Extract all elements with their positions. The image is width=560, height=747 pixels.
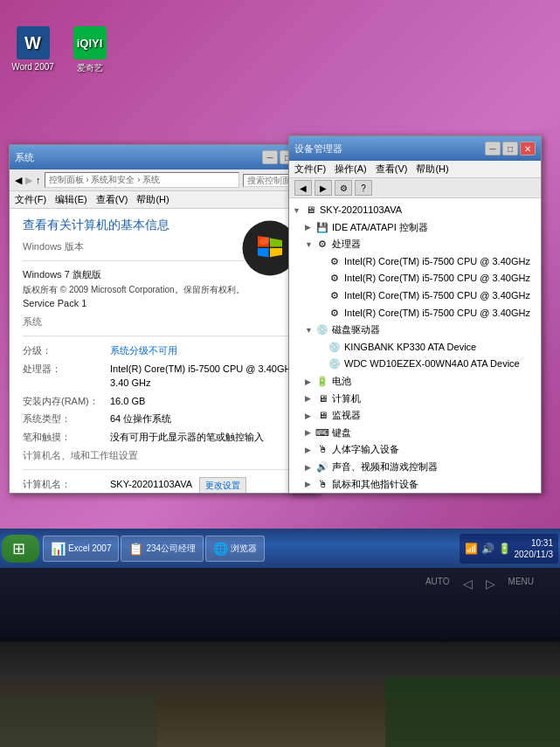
tree-arrow-computer: ▶	[305, 392, 315, 405]
tree-processor-group[interactable]: ▼ ⚙ 处理器	[293, 236, 537, 253]
devmgr-back-btn[interactable]: ◀	[294, 180, 312, 196]
tree-arrow-ide: ▶	[305, 221, 315, 233]
tree-label-disk2: WDC WD10EZEX-00WN4A0 ATA Device	[344, 356, 520, 372]
tree-sound[interactable]: ▶ 🔊 声音、视频和游戏控制器	[293, 459, 537, 476]
tree-root[interactable]: ▼ 🖥 SKY-20201103AVA	[293, 202, 537, 219]
rating-value[interactable]: 系统分级不可用	[110, 343, 177, 358]
devmgr-menu-help[interactable]: 帮助(H)	[416, 163, 448, 176]
system-section-label: 系统	[23, 315, 305, 329]
minimize-button[interactable]: ─	[262, 150, 278, 164]
tree-label-root: SKY-20201103AVA	[320, 203, 402, 218]
devmgr-close-button[interactable]: ✕	[520, 142, 536, 156]
devmgr-maximize-button[interactable]: □	[502, 142, 518, 156]
taskbar-item-excel[interactable]: 📊 Excel 2007	[43, 536, 119, 562]
devmgr-toolbar: ◀ ▶ ⚙ ?	[289, 178, 541, 198]
devmgr-window: 设备管理器 ─ □ ✕ 文件(F) 操作(A) 查看(V) 帮助(H) ◀ ▶ …	[288, 135, 542, 494]
desktop-icon-iqiyi[interactable]: iQIYI 爱奇艺	[66, 26, 114, 74]
computer-name-row: 计算机名： SKY-20201103AVA 更改设置	[23, 477, 305, 493]
tree-arrow-sound: ▶	[305, 461, 315, 474]
tree-label-cpu3: Intel(R) Core(TM) i5-7500 CPU @ 3.40GHz	[344, 288, 530, 304]
tree-cpu1[interactable]: ▶ ⚙ Intel(R) Core(TM) i5-7500 CPU @ 3.40…	[293, 253, 537, 271]
start-button[interactable]: ⊞	[2, 535, 39, 563]
sysinfo-toolbar: ◀ ▶ ↑ 控制面板 › 系统和安全 › 系统	[10, 169, 318, 191]
bezel-btn2[interactable]: ▷	[486, 577, 495, 591]
bezel-auto-btn[interactable]: AUTO	[425, 577, 450, 591]
menu-view[interactable]: 查看(V)	[96, 193, 128, 206]
tray-volume-icon[interactable]: 🔊	[481, 543, 494, 555]
system-type-row: 系统类型： 64 位操作系统	[23, 412, 305, 426]
clock-date: 2020/11/3	[515, 549, 554, 560]
tree-label-processor-group: 处理器	[332, 237, 361, 252]
tree-cpu3[interactable]: ▶ ⚙ Intel(R) Core(TM) i5-7500 CPU @ 3.40…	[293, 287, 537, 305]
computer-icon: 🖥	[303, 204, 317, 217]
sysinfo-content: 查看有关计算机的基本信息 Windows 版本 Windows 7 旗舰版 版权…	[10, 209, 318, 493]
tree-label-disk1: KINGBANK KP330 ATA Device	[344, 340, 476, 356]
tree-arrow-root: ▼	[293, 204, 303, 217]
tree-computer[interactable]: ▶ 🖥 计算机	[293, 391, 537, 408]
tree-arrow-monitor: ▶	[305, 410, 315, 422]
bezel-btn1[interactable]: ◁	[463, 577, 473, 591]
tree-label-disk-group: 磁盘驱动器	[332, 322, 380, 338]
start-orb: ⊞	[12, 539, 25, 558]
breadcrumb-text: 控制面板 › 系统和安全 › 系统	[49, 175, 161, 184]
tree-keyboard[interactable]: ▶ ⌨ 键盘	[293, 425, 537, 442]
touch-row: 笔和触摸： 没有可用于此显示器的笔或触控输入	[23, 430, 305, 445]
tree-disk-group[interactable]: ▼ 💿 磁盘驱动器	[293, 322, 537, 339]
devmgr-properties-btn[interactable]: ⚙	[335, 180, 352, 196]
iqiyi-icon: iQIYI	[73, 26, 107, 59]
devmgr-menu-view[interactable]: 查看(V)	[376, 163, 408, 176]
tree-cpu2[interactable]: ▶ ⚙ Intel(R) Core(TM) i5-7500 CPU @ 3.40…	[293, 270, 537, 287]
taskbar-browser-label: 浏览器	[231, 543, 257, 555]
browser-taskbar-icon: 🌐	[213, 542, 228, 556]
devmgr-minimize-button[interactable]: ─	[485, 142, 501, 156]
taskbar-items: 📊 Excel 2007 📋 234公司经理 🌐 浏览器	[43, 536, 460, 562]
taskbar-item-browser[interactable]: 🌐 浏览器	[205, 536, 265, 562]
menu-file[interactable]: 文件(F)	[15, 193, 46, 206]
breadcrumb-path[interactable]: 控制面板 › 系统和安全 › 系统	[45, 172, 240, 188]
processor-group-icon: ⚙	[315, 239, 329, 251]
devmgr-help-btn[interactable]: ?	[355, 180, 372, 196]
toolbar-forward-icon[interactable]: ▶	[25, 175, 32, 186]
tree-hid[interactable]: ▶ 🖱 人体字输入设备	[293, 441, 537, 459]
tree-arrow-disk: ▼	[305, 324, 315, 336]
tree-disk1[interactable]: ▶ 💿 KINGBANK KP330 ATA Device	[293, 339, 537, 356]
taskbar: ⊞ 📊 Excel 2007 📋 234公司经理 🌐 浏览器 📶 🔊 🔋 10:…	[0, 529, 560, 568]
tree-arrow-mouse: ▶	[305, 478, 315, 490]
disk2-icon: 💿	[328, 358, 342, 370]
menu-edit[interactable]: 编辑(E)	[55, 193, 87, 206]
tree-label-hid: 人体字输入设备	[332, 442, 399, 458]
taskbar-item-manager[interactable]: 📋 234公司经理	[121, 536, 204, 562]
rating-row: 分级： 系统分级不可用	[23, 343, 305, 358]
tree-cpu4[interactable]: ▶ ⚙ Intel(R) Core(TM) i5-7500 CPU @ 3.40…	[293, 305, 537, 322]
mouse-icon: 🖱	[315, 478, 329, 490]
computer-name-value: SKY-20201103AVA	[110, 477, 192, 493]
tree-arrow-hid: ▶	[305, 444, 315, 456]
tray-network-icon[interactable]: 📶	[465, 543, 478, 555]
tree-mouse[interactable]: ▶ 🖱 鼠标和其他指针设备	[293, 476, 537, 494]
ram-row: 安装内存(RAM)： 16.0 GB	[23, 394, 305, 409]
devmgr-forward-btn[interactable]: ▶	[315, 180, 332, 196]
change-settings-button[interactable]: 更改设置	[199, 477, 246, 493]
menu-help[interactable]: 帮助(H)	[136, 193, 169, 206]
tray-battery-icon[interactable]: 🔋	[498, 543, 511, 555]
desktop-icon-word[interactable]: W Word 2007	[9, 26, 57, 74]
tree-battery[interactable]: ▶ 🔋 电池	[293, 373, 537, 391]
taskbar-excel-label: Excel 2007	[68, 543, 111, 553]
sysinfo-titlebar: 系统 ─ □ ✕	[10, 145, 318, 169]
sysinfo-menubar: 文件(F) 编辑(E) 查看(V) 帮助(H) ❓	[10, 191, 318, 209]
battery-icon: 🔋	[315, 376, 329, 388]
toolbar-back-icon[interactable]: ◀	[15, 175, 22, 186]
keyboard-icon: ⌨	[315, 427, 329, 439]
toolbar-up-icon[interactable]: ↑	[36, 175, 41, 185]
tree-monitor[interactable]: ▶ 🖥 监视器	[293, 407, 537, 425]
tree-ide[interactable]: ▶ 💾 IDE ATA/ATAPI 控制器	[293, 219, 537, 237]
system-clock[interactable]: 10:31 2020/11/3	[515, 537, 554, 560]
tree-label-mouse: 鼠标和其他指针设备	[332, 477, 418, 493]
bezel-menu-btn[interactable]: MENU	[508, 577, 534, 591]
devmgr-menu-action[interactable]: 操作(A)	[335, 163, 367, 176]
taskbar-manager-label: 234公司经理	[146, 543, 196, 555]
devmgr-menu-file[interactable]: 文件(F)	[294, 163, 326, 176]
computer-section-label: 计算机名、域和工作组设置	[23, 449, 305, 462]
monitor-node-icon: 🖥	[315, 410, 329, 422]
tree-disk2[interactable]: ▶ 💿 WDC WD10EZEX-00WN4A0 ATA Device	[293, 356, 537, 373]
